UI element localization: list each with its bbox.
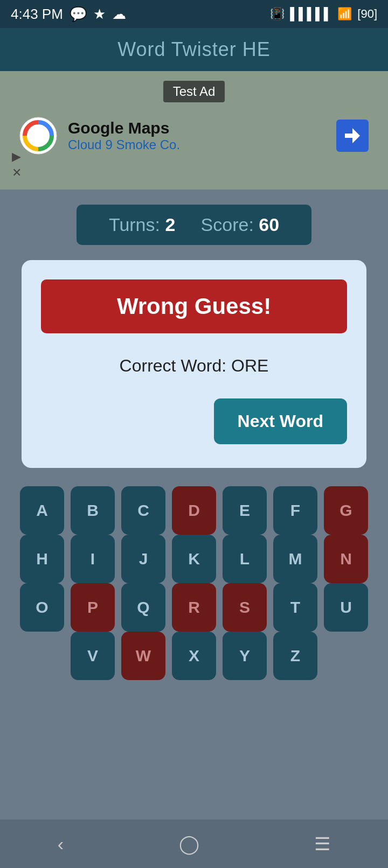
key-m[interactable]: M	[273, 535, 317, 583]
google-maps-logo	[19, 117, 57, 155]
app-header: Word Twister HE	[0, 28, 388, 71]
time-display: 4:43 PM	[11, 6, 63, 23]
ad-company: Google Maps	[68, 119, 325, 137]
score-label: Score:	[201, 214, 254, 235]
key-c[interactable]: C	[121, 486, 165, 535]
key-d[interactable]: D	[172, 486, 216, 535]
keyboard-row: OPQRSTU	[11, 583, 377, 632]
key-t[interactable]: T	[273, 583, 317, 632]
key-q[interactable]: Q	[121, 583, 165, 632]
keyboard-row: VWXYZ	[11, 632, 377, 680]
score-value: 60	[259, 214, 279, 235]
status-left: 4:43 PM 💬 ★ ☁	[11, 6, 126, 23]
wrong-guess-text: Wrong Guess!	[117, 293, 271, 319]
key-j[interactable]: J	[121, 535, 165, 583]
key-r[interactable]: R	[172, 583, 216, 632]
ad-content: Google Maps Cloud 9 Smoke Co.	[19, 117, 369, 155]
key-i[interactable]: I	[71, 535, 115, 583]
score-badge: Turns: 2 Score: 60	[77, 205, 311, 245]
key-s[interactable]: S	[223, 583, 267, 632]
ad-close-icon[interactable]: ✕	[12, 166, 22, 180]
key-z[interactable]: Z	[273, 632, 317, 680]
score-bar: Turns: 2 Score: 60	[0, 205, 388, 245]
ad-label: Test Ad	[163, 81, 225, 102]
key-o[interactable]: O	[20, 583, 64, 632]
keyboard-row: HIJKLMN	[11, 535, 377, 583]
ad-play-icon[interactable]: ▶	[12, 150, 22, 164]
correct-word-text: Correct Word: ORE	[41, 351, 347, 381]
next-word-row: Next Word	[41, 398, 347, 444]
ad-controls: ▶ ✕	[12, 150, 22, 180]
keyboard-row: ABCDEFG	[11, 486, 377, 535]
key-w[interactable]: W	[121, 632, 165, 680]
key-k[interactable]: K	[172, 535, 216, 583]
key-h[interactable]: H	[20, 535, 64, 583]
key-g[interactable]: G	[324, 486, 368, 535]
key-p[interactable]: P	[71, 583, 115, 632]
status-bar: 4:43 PM 💬 ★ ☁ 📳 ▌▌▌▌▌ 📶 [90]	[0, 0, 388, 28]
key-f[interactable]: F	[273, 486, 317, 535]
key-x[interactable]: X	[172, 632, 216, 680]
turns-value: 2	[165, 214, 175, 235]
app-title: Word Twister HE	[117, 38, 271, 61]
cloud-icon: ☁	[112, 6, 126, 23]
key-u[interactable]: U	[324, 583, 368, 632]
ad-direction-icon	[336, 120, 369, 152]
dialog-card: Wrong Guess! Correct Word: ORE Next Word	[22, 260, 366, 468]
ad-text-block: Google Maps Cloud 9 Smoke Co.	[68, 119, 325, 152]
key-e[interactable]: E	[223, 486, 267, 535]
status-right: 📳 ▌▌▌▌▌ 📶 [90]	[270, 7, 377, 21]
key-n[interactable]: N	[324, 535, 368, 583]
wifi-icon: 📶	[337, 7, 352, 21]
next-word-button[interactable]: Next Word	[214, 398, 347, 444]
ad-subtitle: Cloud 9 Smoke Co.	[68, 137, 325, 152]
signal-icon: ▌▌▌▌▌	[290, 7, 332, 21]
usb-icon: ★	[93, 6, 106, 23]
key-a[interactable]: A	[20, 486, 64, 535]
battery-display: [90]	[357, 7, 377, 21]
key-l[interactable]: L	[223, 535, 267, 583]
menu-nav-icon[interactable]: ☰	[314, 833, 330, 855]
wrong-guess-banner: Wrong Guess!	[41, 279, 347, 333]
ad-banner: Test Ad Google Maps Cloud 9 Smoke Co. ▶ …	[0, 71, 388, 190]
keyboard-area: ABCDEFGHIJKLMNOPQRSTUVWXYZ	[0, 473, 388, 685]
vibrate-icon: 📳	[270, 7, 285, 21]
home-nav-icon[interactable]: ◯	[179, 833, 199, 855]
back-nav-icon[interactable]: ‹	[58, 834, 64, 855]
key-b[interactable]: B	[71, 486, 115, 535]
key-v[interactable]: V	[71, 632, 115, 680]
key-y[interactable]: Y	[223, 632, 267, 680]
nav-bar: ‹ ◯ ☰	[0, 820, 388, 868]
turns-label: Turns:	[109, 214, 160, 235]
whatsapp-icon: 💬	[70, 6, 87, 23]
